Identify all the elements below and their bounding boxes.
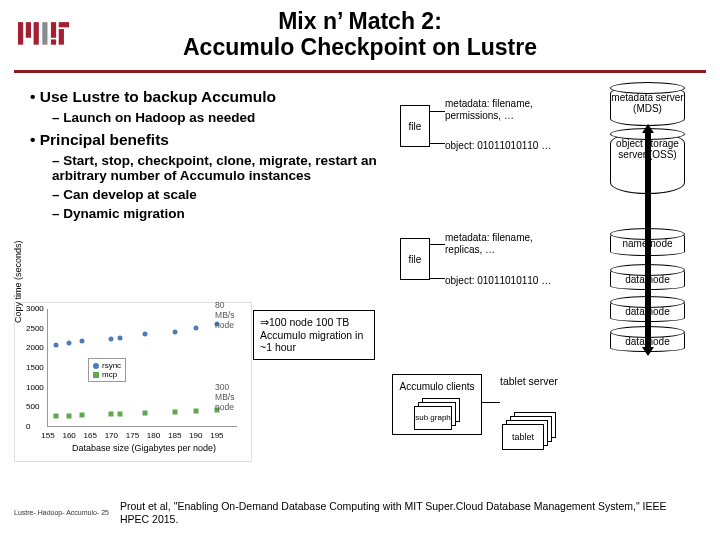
legend-rsync: rsync <box>102 361 121 370</box>
lustre-metadata-label: metadata: filename, permissions, … <box>445 98 563 122</box>
lustre-object-label: object: 01011010110 … <box>445 140 585 152</box>
title-line-1: Mix n’ Match 2: <box>278 8 442 34</box>
tablet-card: tablet <box>502 424 544 450</box>
conn-line <box>430 143 445 144</box>
migration-callout: ⇒100 node 100 TB Accumulo migration in ~… <box>253 310 375 360</box>
chart-xlabel: Database size (Gigabytes per node) <box>39 443 249 453</box>
bullet-2c: Dynamic migration <box>52 206 380 221</box>
legend-mcp: mcp <box>102 370 117 379</box>
conn-line <box>430 278 445 279</box>
tablet-server-label: tablet server <box>500 375 558 387</box>
subgraph-stack: sub graph <box>414 398 460 430</box>
bullet-list: Use Lustre to backup Accumulo Launch on … <box>30 82 380 225</box>
conn-line <box>430 244 445 245</box>
chart-legend: rsync mcp <box>88 358 126 382</box>
tablet-stack: tablet <box>500 412 556 454</box>
conn-line <box>482 402 500 403</box>
footer-citation: Prout et al, "Enabling On-Demand Databas… <box>120 500 680 526</box>
footer-slide-id: Lustre- Hadoop- Accumulo- 25 <box>14 509 109 516</box>
mapping-arrow <box>642 124 654 356</box>
file-box-hadoop: file <box>400 238 430 280</box>
bullet-2b: Can develop at scale <box>52 187 380 202</box>
title-rule <box>14 70 706 73</box>
file-box-lustre: file <box>400 105 430 147</box>
accumulo-clients-box: Accumulo clients sub graph <box>392 374 482 435</box>
bullet-1: Use Lustre to backup Accumulo <box>30 88 380 106</box>
slide-title: Mix n’ Match 2: Accumulo Checkpoint on L… <box>0 8 720 61</box>
bullet-2: Principal benefits <box>30 131 380 149</box>
chart-plot-area: rsync mcp 155160165170175180185190195050… <box>47 309 237 427</box>
bullet-2a: Start, stop, checkpoint, clone, migrate,… <box>52 153 380 183</box>
copy-time-chart: Copy time (seconds) rsync mcp 1551601651… <box>14 302 252 462</box>
cylinder-mds: metadata server (MDS) <box>610 86 685 126</box>
hadoop-metadata-label: metadata: filename, replicas, … <box>445 232 563 256</box>
title-line-2: Accumulo Checkpoint on Lustre <box>183 34 537 60</box>
chart-ylabel: Copy time (seconds) <box>13 240 23 323</box>
cylinder-mds-label: metadata server (MDS) <box>610 86 685 114</box>
hadoop-object-label: object: 01011010110 … <box>445 275 585 287</box>
conn-line <box>430 111 445 112</box>
subgraph-card: sub graph <box>414 406 452 430</box>
bullet-1a: Launch on Hadoop as needed <box>52 110 380 125</box>
accumulo-clients-label: Accumulo clients <box>397 381 477 392</box>
